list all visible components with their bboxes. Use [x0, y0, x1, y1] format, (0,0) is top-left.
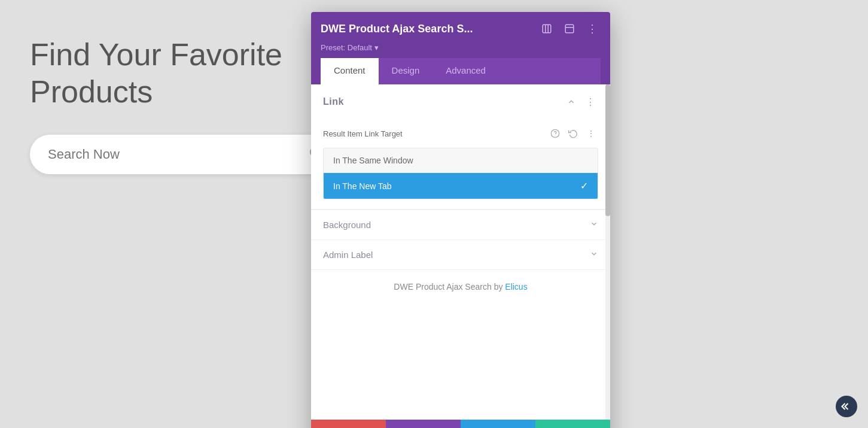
- tab-content[interactable]: Content: [321, 58, 379, 84]
- panel-more-icon[interactable]: ⋮: [584, 20, 601, 37]
- field-more-icon[interactable]: ⋮: [584, 126, 598, 141]
- selected-checkmark: ✓: [580, 180, 588, 192]
- action-bar: ✕ ↺ ↻ ✓: [311, 420, 610, 428]
- background-section-header[interactable]: Background: [311, 210, 610, 239]
- section-header-icons: ⋮: [564, 94, 598, 110]
- undo-button[interactable]: ↺: [386, 420, 461, 428]
- section-collapse-icon[interactable]: [564, 94, 579, 110]
- cancel-button[interactable]: ✕: [311, 420, 386, 428]
- panel-title: DWE Product Ajax Search S...: [321, 23, 538, 35]
- section-more-icon[interactable]: ⋮: [583, 94, 598, 110]
- credit-plugin: DWE Product Ajax Search: [394, 282, 491, 292]
- page-title: Find Your Favorite Products: [30, 36, 329, 111]
- field-label-row: Result Item Link Target: [323, 126, 598, 141]
- panel-tabs: Content Design Advanced: [321, 58, 601, 84]
- panel-header-icons: ⋮: [538, 20, 601, 37]
- panel-body: Link ⋮ Result Item Link Target: [311, 84, 610, 428]
- search-bar[interactable]: [30, 135, 341, 174]
- field-label: Result Item Link Target: [323, 129, 403, 138]
- option-new-tab[interactable]: In The New Tab ✓: [324, 173, 598, 199]
- reset-icon[interactable]: [566, 126, 580, 141]
- credit-by: by: [494, 282, 503, 292]
- panel-collapse-icon[interactable]: [561, 20, 578, 37]
- field-icons: ⋮: [548, 126, 598, 141]
- link-section-title: Link: [323, 96, 344, 107]
- tab-design[interactable]: Design: [379, 58, 433, 84]
- link-target-dropdown[interactable]: In The Same Window In The New Tab ✓: [323, 148, 598, 199]
- scrollbar-thumb[interactable]: [605, 84, 610, 216]
- scrollbar-track[interactable]: [605, 84, 610, 420]
- help-icon[interactable]: [548, 126, 562, 141]
- panel-credit: DWE Product Ajax Search by Elicus: [311, 269, 610, 303]
- background-section: Background: [311, 210, 610, 239]
- help-corner-icon[interactable]: [836, 396, 857, 417]
- settings-panel: DWE Product Ajax Search S... ⋮ Preset: [311, 12, 610, 428]
- panel-header: DWE Product Ajax Search S... ⋮ Preset: [311, 12, 610, 84]
- tab-advanced[interactable]: Advanced: [433, 58, 499, 84]
- redo-button[interactable]: ↻: [461, 420, 535, 428]
- background-section-title: Background: [323, 220, 371, 230]
- save-button[interactable]: ✓: [535, 420, 610, 428]
- admin-label-section: Admin Label: [311, 239, 610, 269]
- panel-preset[interactable]: Preset: Default ▾: [321, 43, 601, 52]
- link-target-field: Result Item Link Target: [311, 119, 610, 209]
- admin-label-section-title: Admin Label: [323, 250, 373, 260]
- credit-author[interactable]: Elicus: [505, 282, 527, 292]
- admin-label-chevron-icon: [590, 250, 598, 260]
- option-same-window[interactable]: In The Same Window: [324, 148, 598, 173]
- panel-resize-icon[interactable]: [538, 20, 555, 37]
- panel-scroll: Link ⋮ Result Item Link Target: [311, 84, 610, 420]
- svg-rect-3: [565, 25, 574, 33]
- link-section: Link ⋮ Result Item Link Target: [311, 84, 610, 210]
- admin-label-section-header[interactable]: Admin Label: [311, 240, 610, 269]
- svg-rect-2: [543, 25, 551, 33]
- link-section-header: Link ⋮: [311, 84, 610, 119]
- search-input[interactable]: [48, 147, 309, 162]
- background-chevron-icon: [590, 220, 598, 230]
